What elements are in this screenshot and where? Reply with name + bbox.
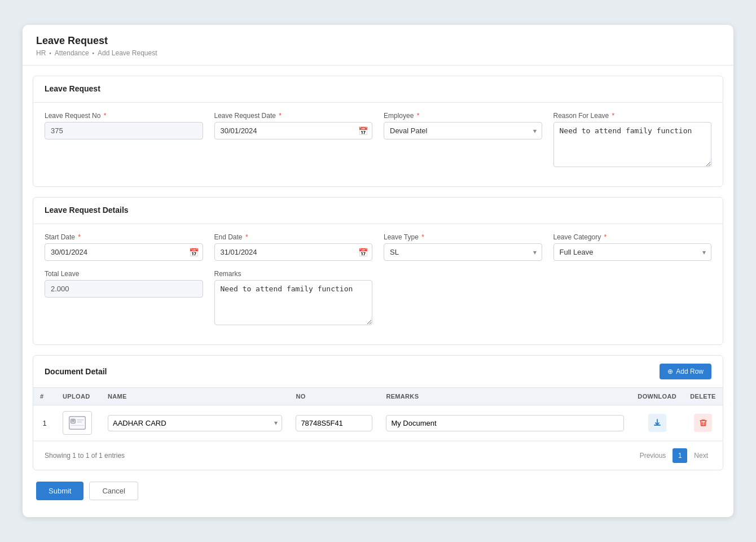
upload-thumb[interactable] bbox=[63, 411, 92, 435]
leave-request-no-group: Leave Request No * bbox=[45, 112, 203, 167]
leave-request-no-label: Leave Request No * bbox=[45, 112, 203, 120]
entries-info: Showing 1 to 1 of 1 entries bbox=[45, 452, 125, 460]
leave-type-select-wrapper: SL ▾ bbox=[384, 243, 542, 261]
leave-request-details-title: Leave Request Details bbox=[33, 198, 723, 224]
leave-request-details-grid-2: Total Leave Remarks Need to attend famil… bbox=[33, 270, 723, 334]
trash-icon bbox=[700, 419, 707, 427]
total-leave-input bbox=[45, 280, 203, 298]
page-title: Leave Request bbox=[36, 35, 720, 47]
row-download-cell bbox=[631, 405, 683, 441]
col-header-remarks: REMARKS bbox=[379, 388, 631, 405]
name-select[interactable]: AADHAR CARD bbox=[108, 415, 282, 431]
row-delete-cell bbox=[683, 405, 723, 441]
row-index: 1 bbox=[33, 405, 56, 441]
employee-label: Employee * bbox=[384, 112, 542, 120]
add-row-label: Add Row bbox=[676, 368, 704, 375]
leave-request-details-section: Leave Request Details Start Date * 📅 End… bbox=[33, 197, 723, 345]
download-actions bbox=[638, 414, 676, 432]
table-row: 1 bbox=[33, 405, 723, 441]
delete-actions bbox=[690, 414, 716, 432]
end-date-input[interactable] bbox=[214, 243, 373, 261]
leave-request-date-input[interactable] bbox=[214, 122, 373, 139]
pagination-next[interactable]: Next bbox=[691, 450, 711, 461]
pagination: Previous 1 Next bbox=[636, 448, 711, 463]
add-row-plus-icon: ⊕ bbox=[667, 368, 673, 375]
end-date-wrapper: 📅 bbox=[214, 243, 373, 261]
remarks-group: Remarks Need to attend family function bbox=[214, 270, 373, 325]
reason-for-leave-label: Reason For Leave * bbox=[553, 112, 712, 120]
leave-category-select[interactable]: Full Leave bbox=[553, 243, 712, 261]
form-footer: Submit Cancel bbox=[23, 470, 733, 500]
total-leave-group: Total Leave bbox=[45, 270, 203, 325]
download-button[interactable] bbox=[648, 414, 666, 432]
breadcrumb-dot-1: • bbox=[49, 50, 51, 56]
required-star-6: * bbox=[244, 233, 248, 241]
leave-category-select-wrapper: Full Leave ▾ bbox=[553, 243, 712, 261]
download-icon bbox=[653, 419, 661, 427]
leave-request-section: Leave Request Leave Request No * Leave R… bbox=[33, 76, 723, 187]
breadcrumb-add-leave: Add Leave Request bbox=[98, 49, 157, 57]
document-table-header-row: # UPLOAD NAME NO REMARKS DOWNLOAD DELETE bbox=[33, 388, 723, 405]
employee-group: Employee * Deval Patel ▾ bbox=[384, 112, 542, 167]
total-leave-label: Total Leave bbox=[45, 270, 203, 278]
leave-category-label: Leave Category * bbox=[553, 233, 712, 241]
breadcrumb-attendance: Attendance bbox=[55, 49, 89, 57]
row-remarks-input[interactable] bbox=[386, 415, 624, 431]
leave-request-details-grid-1: Start Date * 📅 End Date * 📅 bbox=[33, 233, 723, 270]
start-date-wrapper: 📅 bbox=[45, 243, 203, 261]
leave-request-date-wrapper: 📅 bbox=[214, 122, 373, 139]
start-date-label: Start Date * bbox=[45, 233, 203, 241]
leave-request-no-input[interactable] bbox=[45, 122, 203, 139]
required-star-4: * bbox=[610, 112, 614, 120]
leave-request-section-title: Leave Request bbox=[33, 76, 723, 102]
no-input[interactable] bbox=[296, 415, 372, 431]
page-header: Leave Request HR • Attendance • Add Leav… bbox=[23, 25, 733, 65]
leave-category-group: Leave Category * Full Leave ▾ bbox=[553, 233, 712, 261]
document-table-head: # UPLOAD NAME NO REMARKS DOWNLOAD DELETE bbox=[33, 388, 723, 405]
page-wrapper: Leave Request HR • Attendance • Add Leav… bbox=[23, 25, 733, 517]
breadcrumb-hr: HR bbox=[36, 49, 46, 57]
row-no-cell bbox=[289, 405, 379, 441]
reason-for-leave-textarea[interactable]: Need to attend family function bbox=[553, 122, 712, 167]
leave-request-date-group: Leave Request Date * 📅 bbox=[214, 112, 373, 167]
pagination-prev[interactable]: Previous bbox=[636, 450, 670, 461]
reason-for-leave-group: Reason For Leave * Need to attend family… bbox=[553, 112, 712, 167]
breadcrumb-dot-2: • bbox=[93, 50, 95, 56]
leave-type-label: Leave Type * bbox=[384, 233, 542, 241]
leave-type-select[interactable]: SL bbox=[384, 243, 542, 261]
employee-select[interactable]: Deval Patel bbox=[384, 122, 542, 139]
delete-button[interactable] bbox=[694, 414, 712, 432]
submit-button[interactable]: Submit bbox=[36, 482, 83, 500]
add-row-button[interactable]: ⊕ Add Row bbox=[660, 364, 711, 379]
required-star-5: * bbox=[76, 233, 81, 241]
employee-select-wrapper: Deval Patel ▾ bbox=[384, 122, 542, 139]
table-footer: Showing 1 to 1 of 1 entries Previous 1 N… bbox=[33, 441, 723, 470]
svg-rect-5 bbox=[71, 425, 84, 426]
leave-request-form-grid: Leave Request No * Leave Request Date * … bbox=[33, 112, 723, 176]
end-date-label: End Date * bbox=[214, 233, 373, 241]
start-date-input[interactable] bbox=[45, 243, 203, 261]
svg-rect-4 bbox=[77, 422, 82, 423]
row-name-cell: AADHAR CARD ▾ bbox=[101, 405, 289, 441]
required-star-8: * bbox=[602, 233, 606, 241]
section-divider-1 bbox=[33, 102, 723, 103]
required-star-7: * bbox=[420, 233, 424, 241]
pagination-page-1[interactable]: 1 bbox=[673, 448, 687, 463]
row-upload-cell bbox=[56, 405, 101, 441]
document-detail-section: Document Detail ⊕ Add Row # UPLOAD NAME … bbox=[33, 355, 723, 470]
col-header-name: NAME bbox=[101, 388, 289, 405]
col-header-download: DOWNLOAD bbox=[631, 388, 683, 405]
cancel-button[interactable]: Cancel bbox=[89, 482, 138, 500]
col-header-hash: # bbox=[33, 388, 56, 405]
document-table: # UPLOAD NAME NO REMARKS DOWNLOAD DELETE… bbox=[33, 387, 723, 441]
remarks-textarea[interactable]: Need to attend family function bbox=[214, 280, 373, 325]
start-date-group: Start Date * 📅 bbox=[45, 233, 203, 261]
col-header-upload: UPLOAD bbox=[56, 388, 101, 405]
id-card-icon bbox=[69, 414, 86, 431]
leave-request-date-label: Leave Request Date * bbox=[214, 112, 373, 120]
section-divider-2 bbox=[33, 224, 723, 224]
end-date-group: End Date * 📅 bbox=[214, 233, 373, 261]
required-star-1: * bbox=[102, 112, 106, 120]
svg-rect-3 bbox=[77, 419, 83, 421]
required-star-3: * bbox=[415, 112, 419, 120]
